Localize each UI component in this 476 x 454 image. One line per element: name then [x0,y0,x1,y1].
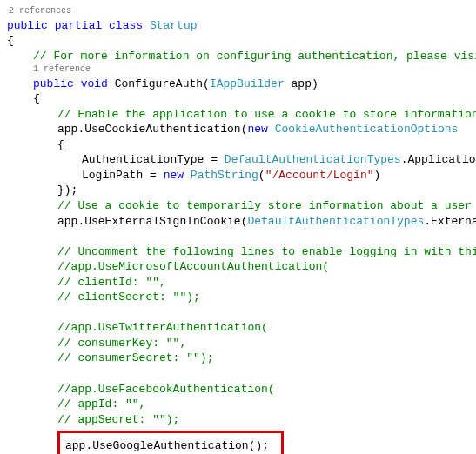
highlighted-code: app.UseGoogleAuthentication(); [57,431,284,454]
code-line: app.UseCookieAuthentication(new CookieAu… [7,122,469,137]
method-signature: public void ConfigureAuth(IAppBuilder ap… [7,77,469,92]
method-name: ConfigureAuth [115,77,203,90]
comment-line: // consumerKey: "", [7,336,469,351]
comment-line: // clientId: "", [7,275,469,290]
code-line: app.UseExternalSignInCookie(DefaultAuthe… [7,214,469,230]
comment-line: //app.UseFacebookAuthentication( [7,382,469,397]
comment-line: // Uncomment the following lines to enab… [7,244,469,260]
comment-line: // For more information on configuring a… [7,49,469,64]
code-line: AuthenticationType = DefaultAuthenticati… [7,152,469,168]
comment-line: // appId: "", [7,397,469,412]
comment-line: //app.UseMicrosoftAccountAuthentication( [7,259,469,275]
brace-open: { [7,91,469,107]
google-auth-line: app.UseGoogleAuthentication(); [65,439,269,452]
comment-line: // appSecret: ""); [7,412,469,428]
class-name: Startup [150,19,198,32]
comment-line: //app.UseTwitterAuthentication( [7,320,469,336]
class-declaration: public partial class Startup [7,18,469,34]
reference-hint-class: 2 references [7,5,469,17]
comment-line: // Enable the application to use a cooki… [7,107,469,123]
brace-close: }); [7,183,469,198]
comment-line: // clientSecret: ""); [7,290,469,305]
code-line: LoginPath = new PathString("/Account/Log… [7,168,469,184]
reference-hint-method: 1 reference [7,63,469,76]
brace-open: { [7,137,469,153]
brace-open: { [7,33,469,49]
comment-line: // Use a cookie to temporarily store inf… [7,198,469,214]
comment-line: // consumerSecret: ""); [7,351,469,366]
